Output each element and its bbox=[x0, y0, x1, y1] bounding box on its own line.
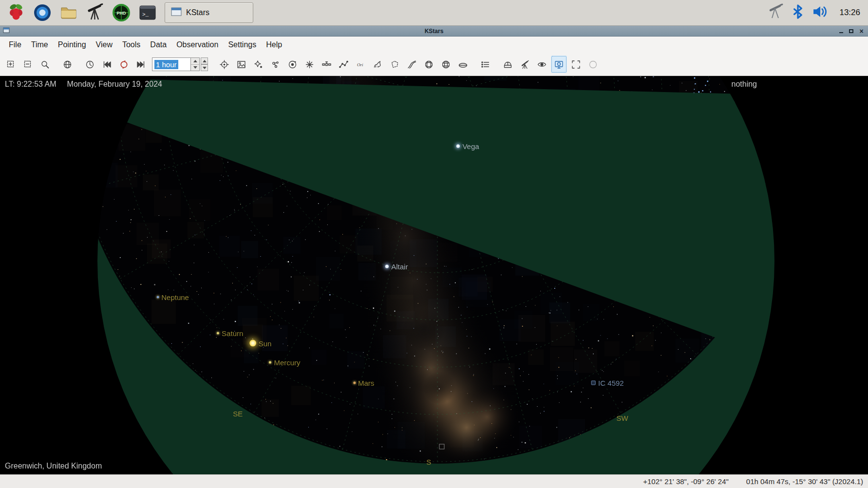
window-title: KStars bbox=[0, 28, 868, 35]
menu-data[interactable]: Data bbox=[145, 38, 171, 51]
show-solar-system-button[interactable] bbox=[284, 56, 301, 73]
show-horizontal-grid-button[interactable] bbox=[438, 56, 454, 73]
minimize-button[interactable] bbox=[837, 27, 845, 35]
constellation-boundaries-icon bbox=[390, 59, 400, 70]
supernova-icon bbox=[304, 59, 315, 70]
geographic-location-button[interactable] bbox=[59, 56, 75, 73]
app-menu-raspberry-icon[interactable] bbox=[5, 1, 27, 24]
ekos-button[interactable] bbox=[551, 56, 567, 73]
time-step-up-button[interactable] bbox=[191, 58, 199, 64]
cardinal-sw: SW bbox=[617, 413, 628, 422]
set-time-button[interactable] bbox=[82, 56, 98, 73]
fullscreen-button[interactable] bbox=[568, 56, 584, 73]
planet-dot bbox=[156, 296, 159, 298]
show-supernovae-button[interactable] bbox=[302, 56, 318, 73]
zoom-out-button[interactable] bbox=[20, 56, 36, 73]
terminal-icon[interactable]: >_ bbox=[136, 1, 159, 24]
show-satellites-button[interactable] bbox=[319, 56, 335, 73]
sky-object-mars[interactable]: Mars bbox=[353, 378, 374, 387]
taskbar-clock[interactable]: 13:26 bbox=[839, 8, 860, 18]
sky-object-neptune[interactable]: Neptune bbox=[156, 293, 189, 301]
solar-system-icon bbox=[287, 59, 298, 70]
list-icon bbox=[480, 59, 491, 70]
show-constellation-lines-button[interactable] bbox=[336, 56, 352, 73]
hips-overlay-button[interactable] bbox=[233, 56, 249, 73]
time-step-spinbox[interactable]: 1 hour bbox=[152, 57, 208, 72]
cardinal-s: S bbox=[426, 457, 431, 466]
whats-interesting-button[interactable] bbox=[534, 56, 550, 73]
file-manager-icon[interactable] bbox=[57, 1, 80, 24]
telescope-launcher-icon[interactable] bbox=[84, 1, 106, 24]
main-toolbar: 1 hour bbox=[0, 53, 868, 76]
menu-settings[interactable]: Settings bbox=[223, 38, 261, 51]
svg-text:Ori: Ori bbox=[357, 62, 363, 67]
menu-pointing[interactable]: Pointing bbox=[53, 38, 91, 51]
show-ground-button[interactable] bbox=[455, 56, 471, 73]
time-step-input[interactable]: 1 hour bbox=[152, 57, 191, 71]
titlebar[interactable]: KStars × bbox=[0, 26, 868, 37]
dome-icon bbox=[503, 59, 513, 70]
show-milky-way-button[interactable] bbox=[404, 56, 420, 73]
show-constellation-art-button[interactable] bbox=[370, 56, 386, 73]
browser-icon[interactable] bbox=[31, 1, 54, 24]
sky-object-sun[interactable]: Sun bbox=[249, 339, 272, 347]
menu-observation[interactable]: Observation bbox=[171, 38, 223, 51]
sky-object-mercury[interactable]: Mercury bbox=[269, 358, 300, 367]
sky-overlays: LT: 9:22:53 AM Monday, February 19, 2024… bbox=[0, 76, 868, 474]
satellite-icon bbox=[321, 59, 332, 70]
star-dot bbox=[385, 265, 389, 268]
search-icon bbox=[40, 59, 50, 70]
object-label: Vega bbox=[462, 142, 479, 150]
track-object-button[interactable] bbox=[216, 56, 232, 73]
maximize-button[interactable] bbox=[848, 27, 855, 35]
taskbar-window-button-kstars[interactable]: KStars bbox=[165, 2, 253, 23]
menu-tools[interactable]: Tools bbox=[117, 38, 145, 51]
object-label: Mercury bbox=[274, 358, 300, 367]
phd2-guiding-icon[interactable]: PHD bbox=[110, 1, 132, 24]
zoom-in-icon bbox=[6, 59, 16, 70]
show-constellation-boundaries-button[interactable] bbox=[387, 56, 403, 73]
sky-object-saturn[interactable]: Saturn bbox=[217, 329, 243, 337]
location-infobox[interactable]: Greenwich, United Kingdom bbox=[5, 462, 102, 470]
desktop: PHD >_ KStars bbox=[0, 0, 868, 488]
planet-dot bbox=[217, 332, 219, 334]
sky-object-vega[interactable]: Vega bbox=[456, 142, 479, 150]
menubar: File Time Pointing View Tools Data Obser… bbox=[0, 37, 868, 53]
object-label: IC 4592 bbox=[598, 378, 624, 387]
taskbar: PHD >_ KStars bbox=[0, 0, 868, 26]
telescope-control-button[interactable] bbox=[517, 56, 533, 73]
bluetooth-icon[interactable] bbox=[792, 4, 804, 21]
dome-control-button[interactable] bbox=[500, 56, 516, 73]
telescope-tool-icon[interactable] bbox=[767, 3, 784, 22]
time-step-forward-button[interactable] bbox=[133, 56, 149, 73]
menu-time[interactable]: Time bbox=[26, 38, 53, 51]
object-label: Neptune bbox=[161, 293, 189, 301]
time-step-backward-button[interactable] bbox=[99, 56, 115, 73]
close-button[interactable]: × bbox=[858, 27, 865, 35]
time-step-down-button[interactable] bbox=[191, 64, 199, 71]
show-stars-button[interactable] bbox=[250, 56, 266, 73]
clock-icon bbox=[85, 59, 95, 70]
show-equatorial-grid-button[interactable] bbox=[421, 56, 437, 73]
date-text: Monday, February 19, 2024 bbox=[67, 80, 162, 89]
time-infobox[interactable]: LT: 9:22:53 AM Monday, February 19, 2024 bbox=[5, 80, 162, 89]
show-deep-sky-objects-button[interactable] bbox=[267, 56, 283, 73]
time-unit-up-button[interactable] bbox=[201, 57, 208, 64]
sky-object-ic-4592[interactable]: IC 4592 bbox=[591, 378, 624, 387]
find-object-button[interactable] bbox=[37, 56, 53, 73]
night-mode-button[interactable] bbox=[585, 56, 601, 73]
horizon-icon bbox=[458, 59, 468, 70]
show-constellation-names-button[interactable]: Ori bbox=[353, 56, 369, 73]
zoom-in-button[interactable] bbox=[3, 56, 19, 73]
volume-icon[interactable] bbox=[812, 4, 829, 21]
menu-help[interactable]: Help bbox=[261, 38, 287, 51]
observation-list-button[interactable] bbox=[477, 56, 493, 73]
focus-infobox[interactable]: nothing bbox=[732, 80, 757, 89]
sky-object-altair[interactable]: Altair bbox=[385, 263, 408, 271]
toggle-clock-button[interactable] bbox=[116, 56, 132, 73]
menu-view[interactable]: View bbox=[91, 38, 117, 51]
time-unit-down-button[interactable] bbox=[201, 64, 208, 71]
constellation-art-icon bbox=[373, 59, 383, 70]
constellation-names-icon: Ori bbox=[356, 59, 366, 70]
menu-file[interactable]: File bbox=[4, 38, 26, 51]
